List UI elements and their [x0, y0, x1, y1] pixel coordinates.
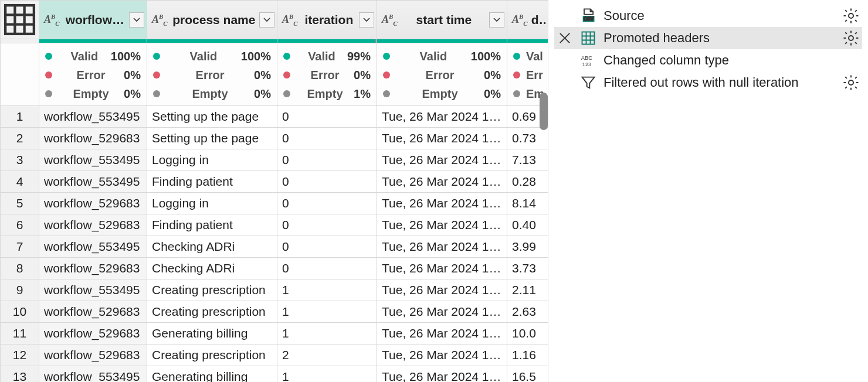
column-header-process[interactable]: ABCprocess name — [147, 1, 277, 39]
select-all-corner[interactable] — [1, 1, 39, 39]
cell-workflow[interactable]: workflow_529683 — [39, 323, 147, 345]
step-settings-button[interactable] — [842, 29, 860, 47]
row-number[interactable]: 9 — [1, 279, 39, 301]
cell-duration[interactable]: 2.63 — [507, 301, 548, 323]
column-header-iter[interactable]: ABCiteration — [277, 1, 377, 39]
row-number[interactable]: 11 — [1, 323, 39, 345]
cell-workflow[interactable]: workflow_553495 — [39, 106, 147, 128]
cell-iteration[interactable]: 0 — [277, 128, 377, 149]
table-row[interactable]: 7workflow_553495Checking ADRi0Tue, 26 Ma… — [1, 236, 548, 258]
cell-process[interactable]: Finding patient — [147, 214, 277, 236]
column-filter-button-start[interactable] — [489, 12, 504, 28]
cell-duration[interactable]: 2.11 — [507, 279, 548, 301]
row-number[interactable]: 3 — [1, 149, 39, 171]
cell-workflow[interactable]: workflow_553495 — [39, 236, 147, 258]
column-filter-button-workflow[interactable] — [129, 12, 144, 28]
vertical-scrollbar-thumb[interactable] — [540, 93, 548, 130]
applied-step[interactable]: CSVSource — [554, 5, 862, 27]
column-header-dur[interactable]: ABCdu — [507, 1, 548, 39]
cell-process[interactable]: Setting up the page — [147, 128, 277, 149]
cell-iteration[interactable]: 0 — [277, 171, 377, 193]
row-number[interactable]: 4 — [1, 171, 39, 193]
cell-workflow[interactable]: workflow_529683 — [39, 193, 147, 214]
step-settings-button[interactable] — [842, 7, 860, 25]
cell-start-time[interactable]: Tue, 26 Mar 2024 1… — [377, 366, 507, 383]
cell-workflow[interactable]: workflow_553495 — [39, 279, 147, 301]
cell-duration[interactable]: 0.73 — [507, 128, 548, 149]
delete-step-button[interactable] — [557, 30, 573, 46]
cell-duration[interactable]: 16.5 — [507, 366, 548, 383]
table-row[interactable]: 13workflow_553495Generating billing1Tue,… — [1, 366, 548, 383]
cell-iteration[interactable]: 0 — [277, 236, 377, 258]
row-number[interactable]: 10 — [1, 301, 39, 323]
cell-process[interactable]: Finding patient — [147, 171, 277, 193]
cell-workflow[interactable]: workflow_529683 — [39, 258, 147, 279]
table-row[interactable]: 9workflow_553495Creating prescription1Tu… — [1, 279, 548, 301]
cell-workflow[interactable]: workflow_553495 — [39, 366, 147, 383]
cell-iteration[interactable]: 1 — [277, 366, 377, 383]
applied-step[interactable]: Promoted headers — [554, 27, 862, 49]
cell-duration[interactable]: 3.73 — [507, 258, 548, 279]
cell-start-time[interactable]: Tue, 26 Mar 2024 1… — [377, 128, 507, 149]
cell-process[interactable]: Logging in — [147, 193, 277, 214]
cell-start-time[interactable]: Tue, 26 Mar 2024 1… — [377, 301, 507, 323]
applied-step[interactable]: ABC123Changed column type — [554, 49, 862, 71]
cell-process[interactable]: Generating billing — [147, 366, 277, 383]
cell-start-time[interactable]: Tue, 26 Mar 2024 1… — [377, 149, 507, 171]
table-row[interactable]: 5workflow_529683Logging in0Tue, 26 Mar 2… — [1, 193, 548, 214]
row-number[interactable]: 2 — [1, 128, 39, 149]
cell-workflow[interactable]: workflow_529683 — [39, 345, 147, 366]
table-row[interactable]: 4workflow_553495Finding patient0Tue, 26 … — [1, 171, 548, 193]
cell-workflow[interactable]: workflow_529683 — [39, 128, 147, 149]
cell-iteration[interactable]: 0 — [277, 149, 377, 171]
table-row[interactable]: 3workflow_553495Logging in0Tue, 26 Mar 2… — [1, 149, 548, 171]
cell-workflow[interactable]: workflow_553495 — [39, 171, 147, 193]
column-header-start[interactable]: ABCstart time — [377, 1, 507, 39]
row-number[interactable]: 7 — [1, 236, 39, 258]
cell-iteration[interactable]: 2 — [277, 345, 377, 366]
row-number[interactable]: 6 — [1, 214, 39, 236]
cell-iteration[interactable]: 0 — [277, 193, 377, 214]
cell-start-time[interactable]: Tue, 26 Mar 2024 1… — [377, 214, 507, 236]
cell-start-time[interactable]: Tue, 26 Mar 2024 1… — [377, 258, 507, 279]
table-row[interactable]: 8workflow_529683Checking ADRi0Tue, 26 Ma… — [1, 258, 548, 279]
cell-iteration[interactable]: 1 — [277, 279, 377, 301]
cell-iteration[interactable]: 0 — [277, 106, 377, 128]
cell-start-time[interactable]: Tue, 26 Mar 2024 1… — [377, 171, 507, 193]
table-row[interactable]: 11workflow_529683Generating billing1Tue,… — [1, 323, 548, 345]
cell-process[interactable]: Setting up the page — [147, 106, 277, 128]
cell-duration[interactable]: 8.14 — [507, 193, 548, 214]
table-row[interactable]: 2workflow_529683Setting up the page0Tue,… — [1, 128, 548, 149]
column-filter-button-iter[interactable] — [359, 12, 374, 28]
cell-duration[interactable]: 1.16 — [507, 345, 548, 366]
table-row[interactable]: 1workflow_553495Setting up the page0Tue,… — [1, 106, 548, 128]
row-number[interactable]: 13 — [1, 366, 39, 383]
cell-duration[interactable]: 7.13 — [507, 149, 548, 171]
cell-start-time[interactable]: Tue, 26 Mar 2024 1… — [377, 345, 507, 366]
cell-process[interactable]: Checking ADRi — [147, 258, 277, 279]
cell-start-time[interactable]: Tue, 26 Mar 2024 1… — [377, 193, 507, 214]
cell-start-time[interactable]: Tue, 26 Mar 2024 1… — [377, 236, 507, 258]
cell-start-time[interactable]: Tue, 26 Mar 2024 1… — [377, 106, 507, 128]
row-number[interactable]: 1 — [1, 106, 39, 128]
cell-start-time[interactable]: Tue, 26 Mar 2024 1… — [377, 323, 507, 345]
cell-process[interactable]: Generating billing — [147, 323, 277, 345]
table-row[interactable]: 6workflow_529683Finding patient0Tue, 26 … — [1, 214, 548, 236]
cell-iteration[interactable]: 1 — [277, 323, 377, 345]
cell-workflow[interactable]: workflow_553495 — [39, 149, 147, 171]
cell-process[interactable]: Checking ADRi — [147, 236, 277, 258]
cell-iteration[interactable]: 0 — [277, 258, 377, 279]
row-number[interactable]: 12 — [1, 345, 39, 366]
table-row[interactable]: 12workflow_529683Creating prescription2T… — [1, 345, 548, 366]
row-number[interactable]: 5 — [1, 193, 39, 214]
cell-process[interactable]: Creating prescription — [147, 301, 277, 323]
applied-step[interactable]: Filtered out rows with null iteration — [554, 71, 862, 94]
cell-workflow[interactable]: workflow_529683 — [39, 301, 147, 323]
cell-iteration[interactable]: 0 — [277, 214, 377, 236]
cell-start-time[interactable]: Tue, 26 Mar 2024 1… — [377, 279, 507, 301]
column-header-workflow[interactable]: ABCworflow… — [39, 1, 147, 39]
cell-duration[interactable]: 0.40 — [507, 214, 548, 236]
cell-duration[interactable]: 3.99 — [507, 236, 548, 258]
cell-process[interactable]: Creating prescription — [147, 345, 277, 366]
step-settings-button[interactable] — [842, 74, 860, 91]
